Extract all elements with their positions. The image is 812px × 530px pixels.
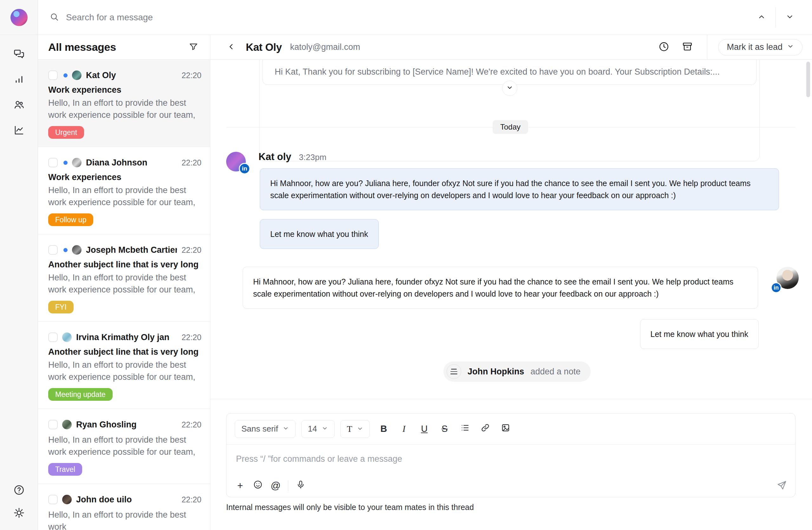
nav-settings[interactable] bbox=[12, 506, 26, 520]
label-tag[interactable]: Urgent bbox=[48, 126, 84, 139]
people-icon bbox=[13, 99, 25, 112]
conversation-list-item[interactable]: John doe uilo 22:20 Hello, In an effort … bbox=[38, 484, 210, 530]
message-time: 22:20 bbox=[182, 420, 201, 429]
message-preview: Hello, In an effort to provide the best … bbox=[48, 509, 201, 530]
composer-divider bbox=[288, 480, 288, 491]
message-preview: Hello, In an effort to provide the best … bbox=[48, 271, 201, 296]
archive-icon bbox=[682, 41, 693, 53]
conversation-list-item[interactable]: Irvina Krimathy Oly jan 22:20 Another su… bbox=[38, 322, 210, 409]
chat-contact-name: Kat Oly bbox=[246, 41, 282, 53]
chat-thread: Hi Kat, Thank you for subscribing to [Se… bbox=[210, 60, 812, 399]
search-icon bbox=[49, 12, 59, 23]
message-input[interactable]: Press “/ ”for commands or leave a messag… bbox=[236, 454, 402, 464]
bold-button[interactable]: B bbox=[377, 422, 390, 436]
expand-email-button[interactable] bbox=[502, 81, 517, 96]
chat-contact-email: katoly@gmail.com bbox=[290, 42, 360, 52]
conversation-list-panel: All messages Kat Oly 22:20 bbox=[38, 35, 210, 530]
snooze-button[interactable] bbox=[655, 39, 673, 56]
image-button[interactable] bbox=[499, 422, 512, 436]
link-button[interactable] bbox=[479, 422, 492, 436]
select-checkbox[interactable] bbox=[48, 420, 58, 429]
clock-icon bbox=[658, 41, 669, 53]
underline-button[interactable]: U bbox=[418, 422, 431, 436]
day-divider-label: Today bbox=[493, 120, 528, 134]
nav-reports[interactable] bbox=[12, 124, 26, 138]
chevron-down-icon bbox=[282, 424, 289, 434]
message-bubble-incoming: Hi Mahnoor, how are you? Juliana here, f… bbox=[260, 168, 779, 210]
mark-as-lead-label: Mark it as lead bbox=[727, 42, 783, 52]
filter-button[interactable] bbox=[187, 40, 201, 54]
message-time: 22:20 bbox=[182, 333, 201, 342]
bullet-list-button[interactable] bbox=[459, 422, 472, 436]
conversation-list-item[interactable]: Ryan Ghosling 22:20 Hello, In an effort … bbox=[38, 409, 210, 484]
mark-as-lead-button[interactable]: Mark it as lead bbox=[718, 39, 802, 56]
filter-icon bbox=[189, 42, 198, 53]
select-checkbox[interactable] bbox=[48, 245, 58, 255]
topbar: Search for a message bbox=[38, 0, 812, 35]
scrollbar-thumb[interactable] bbox=[806, 61, 810, 97]
nav-help[interactable] bbox=[12, 484, 26, 498]
label-tag[interactable]: Follow up bbox=[48, 213, 93, 226]
formatting-toolbar: Sans serif 14 T B bbox=[227, 414, 795, 445]
note-action: added a note bbox=[531, 367, 581, 377]
select-checkbox[interactable] bbox=[48, 70, 58, 80]
list-header: All messages bbox=[38, 35, 210, 60]
nav-conversations[interactable] bbox=[12, 47, 26, 61]
italic-button[interactable]: I bbox=[398, 422, 410, 436]
conversation-list-item[interactable]: Kat Oly 22:20 Work experiences Hello, In… bbox=[38, 60, 210, 147]
bar-chart-icon bbox=[13, 74, 25, 86]
message-subject: Another subject line that is very long bbox=[48, 260, 201, 269]
header-divider bbox=[707, 35, 707, 60]
workspace-cell bbox=[0, 0, 38, 35]
font-family-dropdown[interactable]: Sans serif bbox=[235, 420, 295, 438]
text-style-value: T bbox=[347, 424, 352, 434]
chevron-down-icon bbox=[506, 84, 513, 93]
send-button[interactable] bbox=[775, 479, 788, 492]
smiley-icon bbox=[253, 480, 263, 492]
gear-icon bbox=[13, 507, 25, 520]
nav-contacts[interactable] bbox=[12, 98, 26, 112]
message-subject: Work experiences bbox=[48, 85, 201, 95]
note-icon bbox=[447, 364, 461, 379]
message-bubble-outgoing: Hi Mahnoor, how are you? Juliana here, f… bbox=[243, 267, 758, 309]
next-conversation-button[interactable] bbox=[780, 9, 799, 26]
unread-dot bbox=[63, 73, 68, 78]
archive-button[interactable] bbox=[679, 39, 696, 56]
left-rail bbox=[0, 0, 38, 530]
add-attachment-button[interactable]: + bbox=[235, 479, 246, 492]
label-tag[interactable]: Travel bbox=[48, 463, 82, 476]
select-checkbox[interactable] bbox=[48, 333, 58, 342]
linkedin-badge: in bbox=[771, 282, 782, 293]
conversation-items: Kat Oly 22:20 Work experiences Hello, In… bbox=[38, 60, 210, 530]
conversation-list-item[interactable]: Joseph Mcbeth Cartier 22:20 Another subj… bbox=[38, 234, 210, 322]
label-tag[interactable]: Meeting update bbox=[48, 388, 113, 401]
previous-conversation-button[interactable] bbox=[752, 9, 771, 26]
help-icon bbox=[13, 484, 25, 497]
label-tag[interactable]: FYI bbox=[48, 301, 74, 313]
workspace-avatar[interactable] bbox=[11, 9, 28, 26]
conversation-list-item[interactable]: Diana Johnson 22:20 Work experiences Hel… bbox=[38, 147, 210, 234]
text-style-dropdown[interactable]: T bbox=[340, 420, 370, 438]
note-event-pill[interactable]: John Hopkins added a note bbox=[444, 361, 591, 382]
select-checkbox[interactable] bbox=[48, 158, 58, 167]
nav-analytics[interactable] bbox=[12, 73, 26, 87]
strikethrough-button[interactable]: S bbox=[438, 422, 451, 436]
email-snippet-text: Hi Kat, Thank you for subscribing to [Se… bbox=[275, 66, 738, 78]
emoji-button[interactable] bbox=[252, 479, 263, 492]
search-input[interactable]: Search for a message bbox=[49, 12, 752, 23]
contact-name: Joseph Mcbeth Cartier bbox=[86, 245, 177, 255]
back-button[interactable] bbox=[225, 41, 237, 54]
sender-row: Kat oly 3:23pm bbox=[259, 151, 327, 163]
select-checkbox[interactable] bbox=[48, 495, 58, 504]
message-time: 22:20 bbox=[182, 158, 201, 167]
font-size-dropdown[interactable]: 14 bbox=[301, 420, 335, 438]
contact-avatar bbox=[62, 333, 72, 342]
list-icon bbox=[460, 423, 470, 435]
list-title: All messages bbox=[48, 41, 187, 53]
unread-dot bbox=[63, 161, 68, 165]
chat-bubbles-icon bbox=[13, 48, 25, 61]
voice-message-button[interactable] bbox=[295, 479, 306, 492]
mention-button[interactable]: @ bbox=[270, 479, 281, 492]
search-placeholder: Search for a message bbox=[66, 12, 153, 23]
sender-name: Kat oly bbox=[259, 151, 291, 163]
